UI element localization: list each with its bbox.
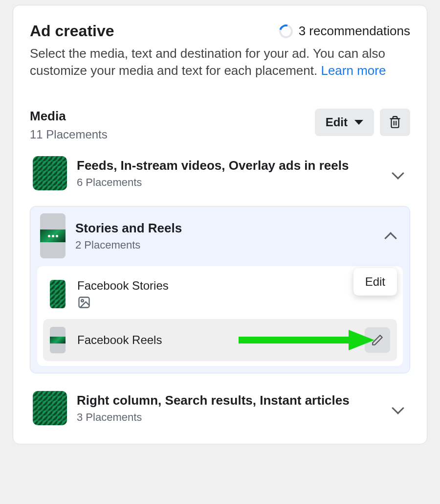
media-thumbnail bbox=[50, 280, 66, 308]
media-thumbnail-phone bbox=[50, 327, 66, 353]
chevron-up-icon bbox=[384, 232, 396, 244]
svg-point-2 bbox=[81, 299, 84, 302]
group-subtitle: 6 Placements bbox=[77, 176, 384, 189]
placement-group-feeds[interactable]: Feeds, In-stream videos, Overlay ads in … bbox=[30, 149, 410, 197]
media-subheading: 11 Placements bbox=[30, 128, 108, 141]
image-icon bbox=[77, 296, 91, 309]
placement-label: Facebook Reels bbox=[77, 333, 162, 347]
edit-media-button[interactable]: Edit bbox=[315, 109, 374, 136]
media-thumbnail-phone bbox=[40, 213, 66, 258]
media-heading: Media bbox=[30, 109, 108, 124]
edit-placement-button[interactable] bbox=[365, 327, 390, 353]
placement-label: Facebook Stories bbox=[77, 279, 169, 293]
annotation-arrow-icon bbox=[239, 328, 375, 352]
placement-item-facebook-stories[interactable]: Facebook Stories Edit bbox=[43, 271, 397, 317]
trash-icon bbox=[389, 115, 401, 129]
chevron-down-icon bbox=[392, 402, 404, 414]
learn-more-link[interactable]: Learn more bbox=[321, 63, 386, 78]
media-thumbnail bbox=[33, 156, 67, 190]
loading-spinner-icon bbox=[277, 22, 295, 40]
group-subtitle: 2 Placements bbox=[75, 239, 376, 252]
group-header[interactable]: Stories and Reels 2 Placements bbox=[37, 213, 403, 261]
recommendations-indicator[interactable]: 3 recommendations bbox=[279, 23, 410, 39]
pencil-icon bbox=[371, 334, 384, 346]
group-title: Stories and Reels bbox=[75, 220, 376, 236]
svg-rect-0 bbox=[391, 119, 398, 128]
ad-creative-card: Ad creative 3 recommendations Select the… bbox=[13, 5, 427, 444]
section-title: Ad creative bbox=[30, 22, 114, 40]
group-title: Feeds, In-stream videos, Overlay ads in … bbox=[77, 158, 384, 174]
delete-media-button[interactable] bbox=[380, 109, 410, 136]
placement-sub-list: Facebook Stories Edit Facebook Reels bbox=[37, 266, 403, 366]
section-description: Select the media, text and destination f… bbox=[30, 45, 410, 79]
placement-group-stories-reels: Stories and Reels 2 Placements Facebook … bbox=[30, 206, 410, 373]
group-subtitle: 3 Placements bbox=[77, 411, 384, 424]
group-title: Right column, Search results, Instant ar… bbox=[77, 392, 384, 409]
placement-item-facebook-reels[interactable]: Facebook Reels bbox=[43, 319, 397, 361]
caret-down-icon bbox=[354, 120, 363, 125]
chevron-down-icon bbox=[392, 167, 404, 179]
recommendations-text: 3 recommendations bbox=[299, 23, 410, 39]
edit-popover[interactable]: Edit bbox=[353, 268, 397, 296]
svg-rect-1 bbox=[79, 298, 89, 308]
media-thumbnail bbox=[33, 391, 67, 425]
placement-group-right-column[interactable]: Right column, Search results, Instant ar… bbox=[30, 384, 410, 432]
